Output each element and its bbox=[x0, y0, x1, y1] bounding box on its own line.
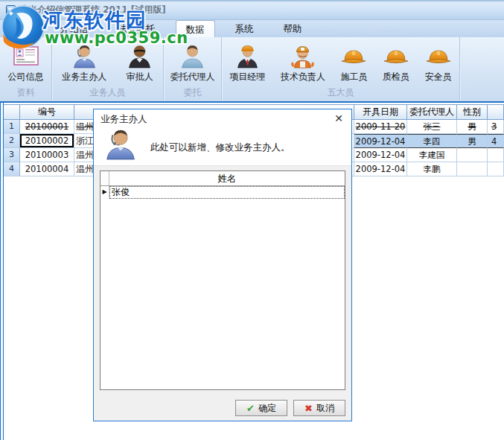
dialog-message: 此处可以新增、修改业务主办人。 bbox=[150, 141, 290, 154]
row-number-cell[interactable]: 3 bbox=[4, 148, 20, 162]
tab-data[interactable]: 数据 bbox=[176, 20, 215, 37]
ok-button[interactable]: ✔ 确定 bbox=[235, 400, 287, 416]
row-number-cell[interactable]: 1 bbox=[4, 120, 20, 134]
gender-cell[interactable] bbox=[457, 148, 488, 162]
ribbon-tab-strip: ▾ 介绍信 法人委托 数据 系统 帮助 bbox=[0, 20, 504, 37]
list-indicator-header bbox=[101, 171, 109, 185]
extra-cell[interactable]: 4 bbox=[488, 134, 504, 148]
gender-cell[interactable] bbox=[457, 162, 488, 176]
ribbon-group-entrust: 委托代理人 委托 bbox=[164, 37, 222, 101]
tab-introduction-letter[interactable]: 介绍信 bbox=[51, 20, 98, 37]
business-handler-button[interactable]: 业务主办人 bbox=[59, 41, 109, 85]
agent-cell[interactable]: 李建国 bbox=[407, 148, 457, 162]
tab-system[interactable]: 系统 bbox=[226, 20, 264, 37]
header-entrusted-agent[interactable]: 委托代理人 bbox=[407, 104, 457, 120]
list-header-row: 姓名 bbox=[101, 171, 345, 186]
check-icon: ✔ bbox=[246, 403, 255, 414]
project-manager-button[interactable]: 项目经理 bbox=[226, 41, 268, 85]
header-row-selector[interactable] bbox=[4, 104, 20, 120]
date-cell[interactable]: 2009-12-04 bbox=[354, 134, 407, 148]
technical-lead-label: 技术负责人 bbox=[281, 71, 325, 83]
agent-cell[interactable]: 李四 bbox=[407, 134, 457, 148]
extra-cell[interactable] bbox=[488, 148, 504, 162]
approver-label: 审批人 bbox=[127, 71, 153, 83]
safety-officer-label: 安全员 bbox=[425, 71, 452, 83]
business-handler-label: 业务主办人 bbox=[62, 71, 106, 83]
id-card-icon bbox=[13, 42, 39, 69]
agent-cell[interactable]: 张三 bbox=[407, 120, 457, 134]
row-number-cell[interactable]: 2 bbox=[4, 134, 20, 148]
close-icon[interactable]: ✕ bbox=[334, 112, 343, 124]
extra-cell[interactable] bbox=[488, 162, 504, 176]
person-headset-icon bbox=[105, 127, 136, 164]
quick-access-dropdown-button[interactable]: ▾ bbox=[27, 22, 43, 35]
approver-button[interactable]: 审批人 bbox=[124, 41, 156, 85]
construction-worker-label: 施工员 bbox=[340, 71, 367, 83]
tab-legal-entrust[interactable]: 法人委托 bbox=[109, 20, 165, 37]
group-label-business-staff: 业务人员 bbox=[52, 86, 163, 99]
header-id[interactable]: 编号 bbox=[20, 104, 74, 120]
dialog-title: 业务主办人 bbox=[101, 113, 147, 126]
app-icon bbox=[6, 5, 16, 15]
technical-lead-button[interactable]: 技术负责人 bbox=[278, 41, 328, 85]
id-cell[interactable]: 20100003 bbox=[20, 148, 74, 162]
person-headset-icon bbox=[71, 42, 98, 69]
quality-inspector-button[interactable]: 质检员 bbox=[380, 41, 412, 85]
app-window: 蓝光介绍信管理系统 2011 [试用版] ▾ 介绍信 法人委托 数据 系统 帮助 bbox=[0, 0, 504, 440]
group-label-five-roles: 五大员 bbox=[222, 86, 459, 99]
entrusted-agent-label: 委托代理人 bbox=[170, 71, 215, 83]
header-gender[interactable]: 性别 bbox=[457, 104, 488, 120]
person-blue-icon bbox=[179, 42, 206, 69]
quality-inspector-label: 质检员 bbox=[383, 71, 409, 83]
window-title: 蓝光介绍信管理系统 2011 [试用版] bbox=[19, 4, 166, 16]
gender-cell[interactable]: 男 bbox=[457, 134, 488, 148]
person-hardhat-suit-icon bbox=[234, 42, 261, 69]
x-icon: ✖ bbox=[304, 403, 313, 414]
date-cell[interactable]: 2009-11-20 bbox=[354, 120, 407, 134]
date-cell[interactable]: 2009-12-04 bbox=[354, 148, 407, 162]
id-cell-focused[interactable]: 20100002 bbox=[20, 134, 74, 148]
hardhat-icon bbox=[340, 42, 367, 69]
ribbon-group-five-roles: 项目经理 bbox=[222, 37, 460, 101]
list-item[interactable]: ▶ 张俊 bbox=[101, 186, 345, 199]
worker-helmet-icon bbox=[290, 42, 316, 69]
tab-help[interactable]: 帮助 bbox=[274, 20, 312, 37]
group-label-entrust: 委托 bbox=[164, 86, 221, 99]
dialog-header-band: 业务主办人 ✕ 此处可以新增、修改业务主办人。 bbox=[94, 109, 351, 166]
ribbon-spacer bbox=[460, 37, 504, 101]
cancel-button[interactable]: ✖ 取消 bbox=[293, 400, 345, 416]
construction-worker-button[interactable]: 施工员 bbox=[337, 41, 370, 85]
company-info-button[interactable]: 公司信息 bbox=[5, 41, 47, 85]
person-suit-dark-icon bbox=[127, 42, 153, 69]
company-info-label: 公司信息 bbox=[8, 71, 44, 83]
name-list: 姓名 ▶ 张俊 bbox=[100, 170, 345, 390]
header-issue-date[interactable]: 开具日期 bbox=[354, 104, 407, 120]
business-handler-dialog: 业务主办人 ✕ 此处可以新增、修改业务主办人。 姓名 ▶ 张俊 ✔ 确定 ✖ 取… bbox=[93, 109, 352, 421]
id-cell[interactable]: 20100004 bbox=[20, 162, 74, 176]
ribbon: 公司信息 资料 业务主办人 bbox=[0, 37, 504, 103]
id-cell[interactable]: 20100001 bbox=[20, 120, 74, 134]
entrusted-agent-button[interactable]: 委托代理人 bbox=[168, 41, 218, 85]
gender-cell[interactable]: 男 bbox=[457, 120, 488, 134]
date-cell[interactable]: 2009-12-04 bbox=[354, 162, 407, 176]
row-marker-icon: ▶ bbox=[101, 186, 109, 199]
ok-button-label: 确定 bbox=[258, 402, 276, 415]
cancel-button-label: 取消 bbox=[316, 402, 334, 415]
ribbon-group-business-staff: 业务主办人 审批人 业务人员 bbox=[52, 37, 164, 101]
row-number-cell[interactable]: 4 bbox=[4, 162, 20, 176]
hardhat-icon bbox=[425, 42, 452, 69]
hardhat-icon bbox=[383, 42, 409, 69]
project-manager-label: 项目经理 bbox=[229, 71, 265, 83]
header-extra[interactable] bbox=[488, 104, 504, 120]
title-bar: 蓝光介绍信管理系统 2011 [试用版] bbox=[0, 0, 504, 20]
ribbon-group-material: 公司信息 资料 bbox=[0, 37, 52, 101]
agent-cell[interactable]: 李鹏 bbox=[407, 162, 457, 176]
extra-cell[interactable]: 3 bbox=[488, 120, 504, 134]
list-header-name[interactable]: 姓名 bbox=[109, 171, 345, 185]
safety-officer-button[interactable]: 安全员 bbox=[422, 41, 455, 85]
group-label-material: 资料 bbox=[0, 86, 51, 99]
list-item-name[interactable]: 张俊 bbox=[109, 186, 345, 199]
